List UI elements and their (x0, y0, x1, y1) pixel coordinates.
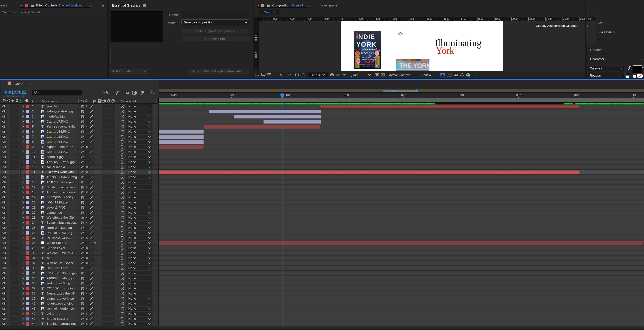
svg-text:iY: iY (376, 65, 378, 67)
svg-text:YORK: YORK (356, 41, 377, 48)
svg-text:Medieval: Medieval (362, 47, 377, 51)
svg-text:MAP: MAP (364, 60, 373, 64)
svg-text:TREASURE TRAIL: TREASURE TRAIL (360, 57, 377, 59)
svg-text:ıNDIE: ıNDIE (356, 33, 375, 41)
svg-text:& Magical: & Magical (360, 51, 376, 55)
svg-text:OCT 24TH - NOV 1ST 2020: OCT 24TH - NOV 1ST 2020 (359, 64, 377, 66)
svg-text:THE YORK: THE YORK (400, 62, 430, 69)
svg-text:www.indieyork.co.uk: www.indieyork.co.uk (362, 66, 374, 67)
